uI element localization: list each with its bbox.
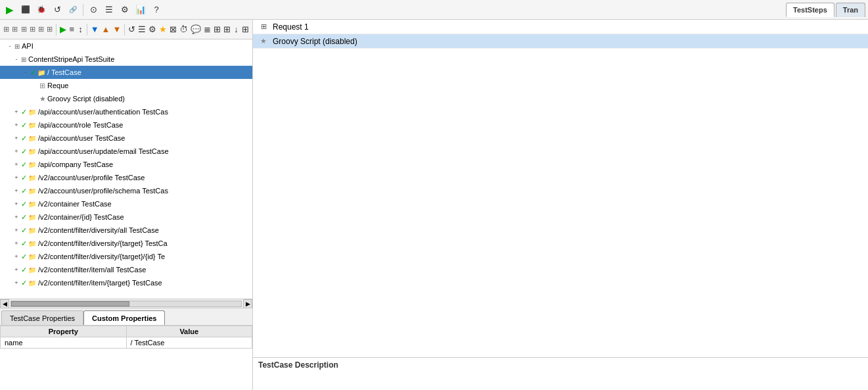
tc-icon: 📁 — [28, 253, 36, 260]
groovy-expander — [30, 94, 39, 103]
tab-teststeps[interactable]: TestSteps — [786, 3, 834, 17]
check-icon: ✓ — [21, 200, 27, 208]
scroll-left-arrow[interactable]: ◀ — [0, 299, 9, 308]
tree-suite[interactable]: - ⊞ ContentStripeApi TestSuite — [0, 53, 252, 66]
down-btn[interactable]: ↓ — [233, 22, 240, 37]
tree-item-auth[interactable]: + ✓ 📁 /api/account/user/authentication T… — [0, 105, 252, 118]
sort-btn[interactable]: ↕ — [77, 22, 84, 37]
list-button[interactable]: ☰ — [102, 3, 116, 17]
tree-item-testcase-root[interactable]: - ✓ 📁 / TestCase — [0, 66, 252, 79]
settings-left-btn[interactable]: ⚙ — [148, 22, 157, 37]
chart-button[interactable]: 📊 — [133, 3, 148, 17]
tree-item-itemtarget[interactable]: + ✓ 📁 /v2/content/filter/item/{target} T… — [0, 276, 252, 289]
grid2-btn[interactable]: ⊞ — [223, 22, 231, 37]
refresh-left-btn[interactable]: ↺ — [127, 22, 136, 37]
gear-button[interactable]: ⚙ — [118, 3, 132, 17]
step-request-label: Request 1 — [273, 22, 309, 32]
company-label: /api/company TestCase — [38, 160, 113, 168]
import-btn[interactable]: ▲ — [101, 22, 111, 37]
tc-icon: 📁 — [28, 174, 36, 182]
tc-icon: 📁 — [28, 109, 36, 116]
tree-item-user[interactable]: + ✓ 📁 /api/account/user TestCase — [0, 132, 252, 145]
it-expander: + — [12, 278, 21, 287]
tree-item-itemall[interactable]: + ✓ 📁 /v2/content/filter/item/all TestCa… — [0, 263, 252, 276]
check-icon: ✓ — [21, 239, 27, 248]
tree-item-divall[interactable]: + ✓ 📁 /v2/content/filter/diversity/all T… — [0, 224, 252, 237]
tree-item-container[interactable]: + ✓ 📁 /v2/container TestCase — [0, 197, 252, 210]
run-left-btn[interactable]: ▶ — [59, 22, 67, 37]
cont-expander: + — [12, 199, 21, 208]
check-icon: ✓ — [21, 147, 27, 156]
tree-item-groovy[interactable]: ★ Groovy Script (disabled) — [0, 92, 252, 105]
itemall-label: /v2/content/filter/item/all TestCase — [38, 266, 146, 274]
menu2-btn[interactable]: ≣ — [203, 22, 212, 37]
sep1 — [83, 4, 83, 16]
add-btn1[interactable]: ⊞ — [3, 22, 10, 37]
request-label: Reque — [47, 82, 68, 89]
tree-item-request[interactable]: ⊞ Reque — [0, 79, 252, 92]
folder-icon: 📁 — [37, 69, 45, 76]
containerid-label: /v2/container/{id} TestCase — [38, 213, 124, 221]
ia-expander: + — [12, 265, 21, 274]
add-btn2[interactable]: ⊞ — [11, 22, 18, 37]
step-request1[interactable]: ⊞ Request 1 — [253, 20, 868, 34]
refresh-button[interactable]: ↺ — [50, 3, 64, 17]
scroll-track[interactable] — [11, 301, 242, 307]
tree-item-divtarget[interactable]: + ✓ 📁 /v2/content/filter/diversity/{targ… — [0, 237, 252, 250]
step-groovy[interactable]: ★ Groovy Script (disabled) — [253, 34, 868, 49]
options-btn[interactable]: ☰ — [137, 22, 147, 37]
check-icon: ✓ — [21, 279, 27, 287]
tree-hscrollbar[interactable]: ◀ ▶ — [0, 299, 252, 308]
check-icon: ✓ — [21, 253, 27, 261]
circle-button[interactable]: ⊙ — [86, 3, 101, 17]
tab-custom-props[interactable]: Custom Properties — [83, 310, 165, 325]
suite-icon: ⊞ — [21, 56, 26, 63]
divall-label: /v2/content/filter/diversity/all TestCas… — [38, 226, 159, 234]
groovy-label: Groovy Script (disabled) — [47, 95, 125, 103]
star-btn[interactable]: ★ — [158, 22, 168, 37]
tree-item-company[interactable]: + ✓ 📁 /api/company TestCase — [0, 158, 252, 171]
grid1-btn[interactable]: ⊞ — [213, 22, 221, 37]
box-btn[interactable]: ⊠ — [169, 22, 177, 37]
list-left-btn[interactable]: ≡ — [68, 22, 76, 37]
export-btn[interactable]: ▼ — [112, 22, 122, 37]
add-btn6[interactable]: ⊞ — [46, 22, 53, 37]
request-icon: ⊞ — [39, 82, 45, 90]
tc-icon: 📁 — [28, 161, 36, 168]
scroll-right-arrow[interactable]: ▶ — [243, 299, 252, 308]
stop-button[interactable]: ⬛ — [18, 3, 33, 17]
tree-item-v2profile[interactable]: + ✓ 📁 /v2/account/user/profile TestCase — [0, 171, 252, 184]
tab-testcase-props[interactable]: TestCase Properties — [1, 310, 83, 325]
tree-item-v2schema[interactable]: + ✓ 📁 /v2/account/user/profile/schema Te… — [0, 184, 252, 197]
tc-expander: - — [21, 68, 30, 77]
debug-button[interactable]: 🐞 — [34, 3, 49, 17]
tc-icon: 📁 — [28, 187, 36, 195]
tab-tran[interactable]: Tran — [836, 3, 865, 17]
grid3-btn[interactable]: ⊞ — [241, 22, 250, 37]
check-icon: ✓ — [21, 108, 27, 116]
prop-value-cell: / TestCase — [126, 337, 252, 349]
v2schema-label: /v2/account/user/profile/schema TestCas — [38, 187, 168, 195]
tree-item-email[interactable]: + ✓ 📁 /api/account/user/update/email Tes… — [0, 145, 252, 158]
run-button[interactable]: ▶ — [3, 3, 17, 17]
tree-item-role[interactable]: + ✓ 📁 /api/account/role TestCase — [0, 118, 252, 132]
top-toolbar: ▶ ⬛ 🐞 ↺ 🔗 ⊙ ☰ ⚙ 📊 ? TestSteps Tran — [0, 0, 868, 20]
req-expander — [30, 81, 39, 90]
help-button[interactable]: ? — [149, 3, 164, 17]
tc-icon: 📁 — [28, 135, 36, 142]
add-btn5[interactable]: ⊞ — [37, 22, 45, 37]
check-icon: ✓ — [30, 68, 36, 77]
api-icon: ⊞ — [14, 43, 20, 50]
tree-item-divtargetid[interactable]: + ✓ 📁 /v2/content/filter/diversity/{targ… — [0, 250, 252, 263]
filter-btn[interactable]: ▼ — [90, 22, 100, 37]
add-btn3[interactable]: ⊞ — [20, 22, 27, 37]
add-btn4[interactable]: ⊞ — [29, 22, 36, 37]
check-icon: ✓ — [21, 226, 27, 235]
tree-root-api[interactable]: - ⊞ API — [0, 39, 252, 53]
tree-item-containerid[interactable]: + ✓ 📁 /v2/container/{id} TestCase — [0, 210, 252, 224]
col-property-header: Property — [1, 326, 127, 337]
speech-btn[interactable]: 💬 — [190, 22, 202, 37]
link-button[interactable]: 🔗 — [66, 3, 80, 17]
timer-btn[interactable]: ⏱ — [179, 22, 189, 37]
scroll-thumb[interactable] — [11, 301, 129, 306]
